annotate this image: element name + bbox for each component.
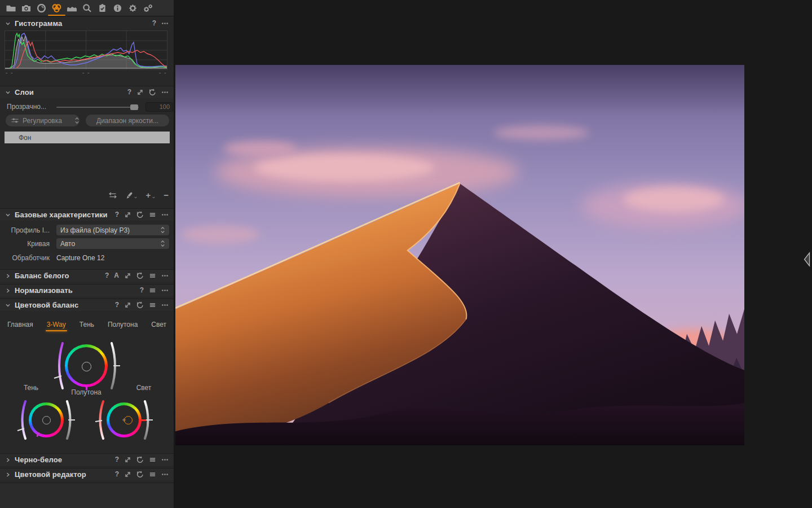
panel-header-white-balance[interactable]: Баланс белого ? A bbox=[0, 269, 174, 282]
help-icon[interactable]: ? bbox=[105, 272, 109, 279]
tab-settings[interactable] bbox=[125, 0, 140, 16]
chevron-right-icon[interactable] bbox=[5, 273, 11, 279]
highlight-saturation-slider[interactable] bbox=[95, 399, 106, 441]
panel-header-black-white[interactable]: Черно-белое ? bbox=[0, 453, 174, 466]
panel-menu-icon[interactable] bbox=[161, 89, 169, 96]
highlight-wheel-title: Свет bbox=[130, 384, 158, 392]
panel-menu-icon[interactable] bbox=[161, 20, 169, 27]
luma-range-button[interactable]: Диапазон яркости... bbox=[86, 115, 169, 126]
help-icon[interactable]: ? bbox=[115, 471, 119, 478]
chevron-right-icon[interactable] bbox=[5, 457, 11, 463]
panel-menu-icon[interactable] bbox=[161, 456, 169, 463]
panel-header-color-balance[interactable]: Цветовой баланс ? bbox=[0, 299, 174, 311]
readout-highlight: - - bbox=[159, 69, 167, 76]
tab-exposure[interactable] bbox=[64, 0, 80, 16]
auto-adjust-icon[interactable]: A bbox=[114, 272, 119, 279]
tab-color[interactable] bbox=[49, 0, 64, 16]
opacity-value-field[interactable]: 100 bbox=[145, 102, 173, 112]
panel-menu-icon[interactable] bbox=[161, 471, 169, 478]
reset-icon[interactable] bbox=[136, 272, 144, 279]
opacity-slider-handle[interactable] bbox=[130, 104, 138, 110]
panel-title: Слои bbox=[15, 88, 34, 97]
help-icon[interactable]: ? bbox=[152, 20, 156, 27]
panel-header-base-characteristics[interactable]: Базовые характеристики ? bbox=[0, 208, 174, 221]
chevron-down-icon[interactable] bbox=[5, 212, 11, 218]
reset-icon[interactable] bbox=[136, 301, 144, 309]
curve-select[interactable]: Авто bbox=[56, 238, 169, 249]
panel-header-normalize[interactable]: Нормализовать ? bbox=[0, 284, 174, 296]
tab-library[interactable] bbox=[3, 0, 19, 16]
presets-menu-icon[interactable] bbox=[149, 272, 156, 279]
expand-panel-icon[interactable] bbox=[124, 272, 131, 279]
help-icon[interactable]: ? bbox=[140, 287, 144, 294]
panel-menu-icon[interactable] bbox=[161, 272, 169, 279]
add-layer-button[interactable]: + bbox=[145, 191, 156, 199]
shadow-saturation-slider[interactable] bbox=[17, 399, 28, 441]
chevron-down-icon[interactable] bbox=[5, 21, 11, 27]
panel-title: Нормализовать bbox=[15, 286, 73, 295]
tab-shadow[interactable]: Тень bbox=[80, 321, 94, 329]
tab-3way[interactable]: 3-Way bbox=[47, 321, 66, 329]
opacity-slider[interactable] bbox=[56, 107, 139, 108]
highlight-wheel-cursor[interactable] bbox=[124, 416, 133, 424]
midtone-lightness-slider[interactable] bbox=[109, 340, 121, 391]
expand-panel-icon[interactable] bbox=[124, 456, 131, 463]
tab-details[interactable] bbox=[80, 0, 95, 16]
shadow-lightness-slider[interactable] bbox=[64, 399, 76, 441]
lens-icon bbox=[36, 3, 47, 13]
layer-row-background[interactable]: Фон bbox=[5, 132, 170, 143]
tab-capture[interactable] bbox=[19, 0, 34, 16]
tab-output[interactable] bbox=[140, 0, 156, 16]
shadow-color-wheel[interactable] bbox=[29, 402, 64, 437]
presets-menu-icon[interactable] bbox=[149, 211, 156, 218]
tab-highlight[interactable]: Свет bbox=[151, 321, 166, 329]
tab-master[interactable]: Главная bbox=[7, 321, 33, 329]
remove-layer-button[interactable]: − bbox=[164, 191, 169, 199]
panel-menu-icon[interactable] bbox=[161, 301, 169, 309]
chevron-down-icon[interactable] bbox=[5, 303, 11, 308]
tab-adjustments[interactable] bbox=[95, 0, 110, 16]
expand-panel-icon[interactable] bbox=[136, 89, 144, 96]
reset-icon[interactable] bbox=[136, 211, 144, 218]
tab-midtone[interactable]: Полутона bbox=[108, 321, 138, 329]
expand-panel-icon[interactable] bbox=[124, 301, 131, 309]
highlight-color-wheel[interactable] bbox=[107, 402, 142, 437]
panel-header-color-editor[interactable]: Цветовой редактор ? bbox=[0, 468, 174, 480]
presets-menu-icon[interactable] bbox=[149, 471, 156, 478]
collapse-panel-arrow[interactable] bbox=[803, 252, 810, 267]
reset-icon[interactable] bbox=[136, 456, 144, 463]
help-icon[interactable]: ? bbox=[115, 211, 119, 218]
panel-menu-icon[interactable] bbox=[161, 211, 169, 218]
reset-icon[interactable] bbox=[136, 471, 144, 478]
layer-type-dropdown[interactable]: Регулировка bbox=[6, 115, 80, 126]
panel-title: Базовые характеристики bbox=[15, 211, 108, 219]
tab-metadata[interactable] bbox=[110, 0, 125, 16]
panel-menu-icon[interactable] bbox=[161, 287, 169, 294]
help-icon[interactable]: ? bbox=[115, 301, 119, 309]
icc-profile-select[interactable]: Из файла (Display P3) bbox=[56, 225, 169, 235]
chevron-right-icon[interactable] bbox=[5, 288, 11, 294]
presets-menu-icon[interactable] bbox=[149, 301, 156, 309]
layer-tools: + − bbox=[108, 191, 169, 199]
presets-menu-icon[interactable] bbox=[149, 287, 156, 294]
help-icon[interactable]: ? bbox=[127, 89, 131, 96]
chevron-right-icon[interactable] bbox=[5, 472, 11, 478]
copy-adjustments-icon[interactable] bbox=[108, 192, 117, 199]
viewer bbox=[174, 0, 812, 508]
chevron-down-icon[interactable] bbox=[5, 90, 11, 95]
expand-panel-icon[interactable] bbox=[124, 471, 131, 478]
expand-panel-icon[interactable] bbox=[124, 211, 131, 218]
midtone-color-wheel[interactable] bbox=[65, 344, 108, 387]
photo-mojave-dune[interactable] bbox=[175, 65, 744, 445]
panel-header-histogram[interactable]: Гистограмма ? bbox=[0, 17, 174, 29]
draw-mask-button[interactable] bbox=[125, 192, 138, 199]
tab-lens[interactable] bbox=[34, 0, 49, 16]
reset-icon[interactable] bbox=[149, 89, 156, 96]
panel-title: Черно-белое bbox=[15, 456, 62, 464]
midtone-wheel-cursor[interactable] bbox=[82, 362, 91, 371]
midtone-saturation-slider[interactable] bbox=[53, 340, 65, 391]
panel-header-layers[interactable]: Слои ? bbox=[0, 86, 174, 98]
shadow-wheel-cursor[interactable] bbox=[42, 416, 51, 424]
help-icon[interactable]: ? bbox=[115, 456, 119, 463]
presets-menu-icon[interactable] bbox=[149, 456, 156, 463]
